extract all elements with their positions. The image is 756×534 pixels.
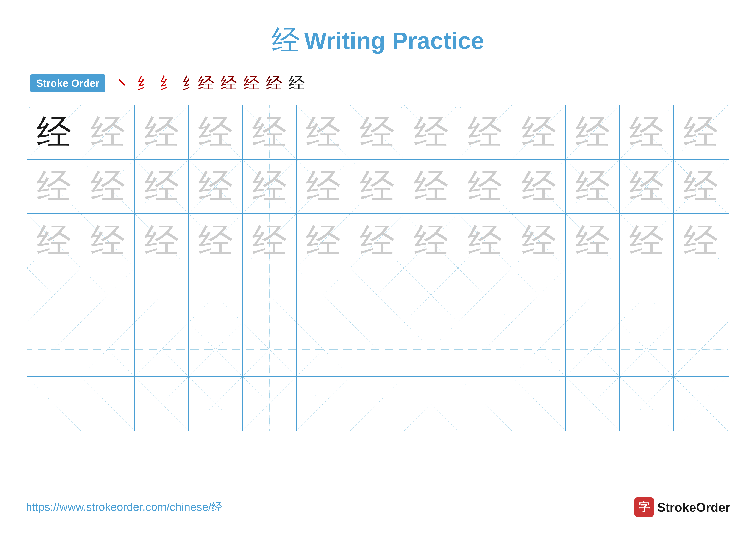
grid-cell[interactable]: 经 xyxy=(243,214,297,268)
grid-cell[interactable]: 经 xyxy=(189,105,243,159)
grid-cell[interactable] xyxy=(135,322,189,376)
grid-cell[interactable] xyxy=(189,377,243,431)
svg-line-105 xyxy=(27,322,81,376)
grid-cell[interactable] xyxy=(674,377,728,431)
grid-cell[interactable]: 经 xyxy=(297,214,350,268)
grid-cell[interactable] xyxy=(404,377,458,431)
svg-line-126 xyxy=(620,322,673,376)
practice-char: 经 xyxy=(468,115,502,149)
grid-cell[interactable]: 经 xyxy=(512,160,566,214)
grid-cell[interactable] xyxy=(27,322,81,376)
grid-row-1: 经 经 经 经 经 经 经 经 经 经 经 经 经 xyxy=(27,105,729,160)
grid-cell[interactable] xyxy=(81,377,135,431)
grid-cell[interactable]: 经 xyxy=(81,214,135,268)
grid-cell[interactable] xyxy=(404,322,458,376)
svg-line-125 xyxy=(566,322,619,376)
grid-cell[interactable] xyxy=(135,377,189,431)
grid-cell[interactable] xyxy=(566,377,620,431)
grid-cell[interactable]: 经 xyxy=(135,160,189,214)
grid-cell[interactable] xyxy=(350,268,404,322)
grid-cell[interactable]: 经 xyxy=(243,105,297,159)
grid-cell[interactable] xyxy=(458,377,512,431)
grid-cell[interactable]: 经 xyxy=(27,105,81,159)
grid-cell[interactable]: 经 xyxy=(350,214,404,268)
grid-cell[interactable]: 经 xyxy=(297,160,350,214)
svg-line-150 xyxy=(566,377,619,431)
grid-cell[interactable] xyxy=(512,377,566,431)
grid-cell[interactable]: 经 xyxy=(81,105,135,159)
svg-line-95 xyxy=(458,268,512,322)
grid-cell[interactable]: 经 xyxy=(404,214,458,268)
grid-cell[interactable]: 经 xyxy=(620,214,674,268)
grid-cell[interactable]: 经 xyxy=(189,160,243,214)
grid-cell[interactable]: 经 xyxy=(566,160,620,214)
grid-cell[interactable] xyxy=(458,268,512,322)
grid-cell[interactable] xyxy=(243,322,297,376)
grid-cell[interactable]: 经 xyxy=(674,105,728,159)
svg-line-138 xyxy=(243,377,296,431)
grid-cell[interactable] xyxy=(297,377,350,431)
grid-cell[interactable] xyxy=(566,268,620,322)
grid-cell[interactable]: 经 xyxy=(458,214,512,268)
grid-cell[interactable] xyxy=(189,322,243,376)
grid-cell[interactable]: 经 xyxy=(620,160,674,214)
grid-cell[interactable]: 经 xyxy=(566,105,620,159)
svg-line-131 xyxy=(27,377,81,431)
practice-char: 经 xyxy=(198,115,233,149)
grid-cell[interactable] xyxy=(512,322,566,376)
grid-row-3: 经 经 经 经 经 经 经 经 经 经 经 经 经 xyxy=(27,214,729,268)
grid-cell[interactable]: 经 xyxy=(512,214,566,268)
grid-cell[interactable] xyxy=(674,322,728,376)
grid-cell[interactable] xyxy=(297,322,350,376)
grid-cell[interactable]: 经 xyxy=(566,214,620,268)
grid-cell[interactable]: 经 xyxy=(135,105,189,159)
grid-cell[interactable] xyxy=(404,268,458,322)
title-section: 经 Writing Practice xyxy=(272,21,484,60)
svg-line-135 xyxy=(135,377,188,431)
grid-cell[interactable]: 经 xyxy=(404,105,458,159)
grid-cell[interactable] xyxy=(243,377,297,431)
grid-cell[interactable] xyxy=(620,377,674,431)
grid-cell[interactable] xyxy=(297,268,350,322)
grid-cell[interactable]: 经 xyxy=(27,160,81,214)
grid-cell[interactable] xyxy=(674,268,728,322)
grid-cell[interactable]: 经 xyxy=(243,160,297,214)
grid-cell[interactable]: 经 xyxy=(297,105,350,159)
grid-cell[interactable] xyxy=(566,322,620,376)
grid-row-5 xyxy=(27,322,729,377)
grid-cell[interactable]: 经 xyxy=(512,105,566,159)
grid-cell[interactable] xyxy=(135,268,189,322)
grid-cell[interactable] xyxy=(620,268,674,322)
grid-cell[interactable] xyxy=(512,268,566,322)
grid-cell[interactable]: 经 xyxy=(458,105,512,159)
grid-cell[interactable] xyxy=(620,322,674,376)
grid-cell[interactable]: 经 xyxy=(404,160,458,214)
grid-cell[interactable]: 经 xyxy=(674,214,728,268)
grid-cell[interactable] xyxy=(189,268,243,322)
grid-cell[interactable]: 经 xyxy=(135,214,189,268)
grid-cell[interactable]: 经 xyxy=(350,105,404,159)
svg-line-114 xyxy=(297,322,350,376)
practice-char: 经 xyxy=(576,224,610,258)
grid-cell[interactable] xyxy=(27,268,81,322)
svg-line-134 xyxy=(135,377,188,431)
practice-char: 经 xyxy=(91,115,125,149)
grid-cell[interactable]: 经 xyxy=(674,160,728,214)
svg-line-137 xyxy=(189,377,242,431)
footer-url: https://www.strokeorder.com/chinese/经 xyxy=(26,499,223,515)
grid-cell[interactable] xyxy=(243,268,297,322)
grid-cell[interactable]: 经 xyxy=(81,160,135,214)
grid-cell[interactable] xyxy=(81,322,135,376)
grid-cell[interactable]: 经 xyxy=(27,214,81,268)
grid-cell[interactable]: 经 xyxy=(458,160,512,214)
grid-cell[interactable]: 经 xyxy=(350,160,404,214)
grid-cell[interactable] xyxy=(81,268,135,322)
svg-line-100 xyxy=(620,268,673,322)
grid-cell[interactable]: 经 xyxy=(620,105,674,159)
svg-line-151 xyxy=(566,377,619,431)
grid-cell[interactable] xyxy=(458,322,512,376)
grid-cell[interactable] xyxy=(350,322,404,376)
grid-cell[interactable]: 经 xyxy=(189,214,243,268)
grid-cell[interactable] xyxy=(350,377,404,431)
grid-cell[interactable] xyxy=(27,377,81,431)
